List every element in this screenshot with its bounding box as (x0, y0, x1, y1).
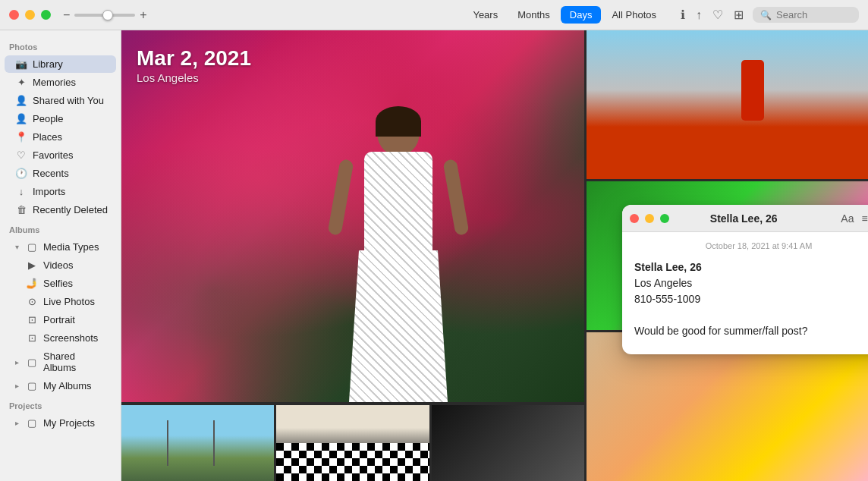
sidebar-item-people[interactable]: 👤 People (5, 110, 116, 127)
search-input[interactable] (776, 9, 851, 20)
sidebar-item-library[interactable]: 📷 Library (5, 55, 116, 73)
photo-overlay: Mar 2, 2021 Los Angeles (137, 46, 251, 84)
sidebar-item-my-albums[interactable]: ▸ ▢ My Albums (5, 377, 116, 395)
close-button[interactable] (9, 10, 19, 20)
sidebar-item-shared-with-you[interactable]: 👤 Shared with You (5, 92, 116, 109)
sidebar: Photos 📷 Library ✦ Memories 👤 Shared wit… (0, 30, 121, 481)
sidebar-item-imports[interactable]: ↓ Imports (5, 183, 116, 200)
sidebar-item-media-types[interactable]: ▾ ▢ Media Types (5, 238, 116, 256)
sidebar-item-label: Library (33, 58, 63, 70)
titlebar: − + Years Months Days All Photos ℹ ↑ ♡ ⊞… (0, 0, 868, 30)
sidebar-item-label: Memories (33, 77, 76, 88)
note-max-button[interactable] (660, 214, 669, 223)
photo-grid: Mar 2, 2021 Los Angeles (121, 30, 868, 481)
collapse-arrow-icon: ▸ (15, 382, 19, 390)
sidebar-item-my-projects[interactable]: ▸ ▢ My Projects (5, 414, 116, 432)
sidebar-item-live-photos[interactable]: ⊙ Live Photos (5, 293, 116, 310)
zoom-slider[interactable] (74, 14, 135, 17)
right-photo-1[interactable]: ••• (587, 30, 868, 179)
main-photo[interactable]: Mar 2, 2021 Los Angeles (121, 30, 584, 402)
library-icon: 📷 (15, 58, 27, 70)
my-projects-icon: ▢ (26, 417, 38, 429)
sidebar-item-label: My Projects (43, 417, 95, 429)
sidebar-item-label: Shared Albums (43, 351, 108, 373)
videos-icon: ▶ (26, 259, 38, 271)
sidebar-item-selfies[interactable]: 🤳 Selfies (5, 275, 116, 292)
note-city: Los Angeles (634, 275, 868, 291)
sidebar-item-shared-albums[interactable]: ▸ ▢ Shared Albums (5, 347, 116, 376)
zoom-minus-icon[interactable]: − (63, 9, 70, 21)
photo-date: Mar 2, 2021 (137, 46, 251, 71)
note-body: October 18, 2021 at 9:41 AM Stella Lee, … (622, 232, 868, 354)
note-titlebar: Stella Lee, 26 Aa ≡ >> (622, 205, 868, 232)
shared-with-you-icon: 👤 (15, 95, 27, 106)
tab-all-photos[interactable]: All Photos (602, 6, 665, 24)
tab-years[interactable]: Years (464, 6, 507, 24)
sidebar-item-label: Screenshots (43, 332, 98, 344)
edit-icon[interactable]: ⊞ (734, 8, 744, 22)
note-person-name: Stella Lee, 26 (634, 259, 868, 275)
maximize-button[interactable] (41, 10, 51, 20)
bottom-photo-2[interactable] (276, 405, 429, 481)
photo-location: Los Angeles (137, 71, 251, 84)
main-photo-bg: Mar 2, 2021 Los Angeles (121, 30, 584, 402)
sidebar-item-label: People (33, 113, 63, 124)
sidebar-item-label: Videos (43, 259, 74, 271)
sidebar-item-label: My Albums (43, 380, 92, 391)
sidebar-item-videos[interactable]: ▶ Videos (5, 256, 116, 274)
sidebar-item-recents[interactable]: 🕐 Recents (5, 165, 116, 182)
sidebar-item-label: Imports (33, 186, 65, 197)
note-phone: 810-555-1009 (634, 291, 868, 307)
imports-icon: ↓ (15, 186, 27, 197)
bottom-photo-3[interactable] (432, 405, 584, 481)
sidebar-item-memories[interactable]: ✦ Memories (5, 74, 116, 91)
live-photos-icon: ⊙ (26, 296, 38, 307)
sidebar-item-label: Shared with You (33, 95, 104, 106)
tab-days[interactable]: Days (561, 6, 602, 24)
right-photo-3[interactable] (587, 332, 868, 481)
sidebar-item-label: Recents (33, 168, 69, 179)
tab-months[interactable]: Months (508, 6, 559, 24)
sidebar-item-favorites[interactable]: ♡ Favorites (5, 146, 116, 164)
note-close-button[interactable] (630, 214, 639, 223)
sidebar-item-label: Recently Deleted (33, 204, 108, 215)
sidebar-item-label: Live Photos (43, 296, 95, 307)
toolbar-icons: ℹ ↑ ♡ ⊞ (681, 8, 744, 22)
bottom-photo-1[interactable] (121, 405, 274, 481)
collapse-arrow-icon: ▾ (15, 243, 19, 251)
sidebar-item-recently-deleted[interactable]: 🗑 Recently Deleted (5, 201, 116, 218)
heart-icon[interactable]: ♡ (712, 8, 723, 22)
info-icon[interactable]: ℹ (681, 8, 685, 22)
sidebar-section-photos: Photos (0, 36, 121, 55)
sidebar-item-places[interactable]: 📍 Places (5, 128, 116, 146)
share-icon[interactable]: ↑ (696, 8, 702, 22)
shared-albums-icon: ▢ (26, 357, 38, 368)
note-list-icon[interactable]: ≡ (861, 212, 867, 225)
memories-icon: ✦ (15, 77, 27, 88)
collapse-arrow-icon: ▸ (15, 419, 19, 427)
minimize-button[interactable] (25, 10, 35, 20)
sidebar-section-albums: Albums (0, 219, 121, 237)
collapse-arrow-icon: ▸ (15, 358, 19, 366)
recently-deleted-icon: 🗑 (15, 204, 27, 215)
note-min-button[interactable] (645, 214, 654, 223)
search-icon: 🔍 (760, 10, 772, 20)
sidebar-section-projects: Projects (0, 395, 121, 413)
zoom-plus-icon[interactable]: + (140, 9, 146, 21)
search-bar[interactable]: 🔍 (753, 7, 859, 23)
selfies-icon: 🤳 (26, 278, 38, 289)
zoom-control: − + (63, 9, 147, 21)
sidebar-item-screenshots[interactable]: ⊡ Screenshots (5, 329, 116, 347)
note-toolbar: Aa ≡ >> (841, 212, 868, 225)
screenshots-icon: ⊡ (26, 332, 38, 344)
favorites-icon: ♡ (15, 149, 27, 161)
media-types-icon: ▢ (26, 241, 38, 253)
note-format-icon[interactable]: Aa (841, 212, 854, 225)
people-icon: 👤 (15, 113, 27, 124)
bottom-row (121, 405, 584, 481)
note-text: Would be good for summer/fall post? (634, 323, 868, 339)
nav-tabs: Years Months Days All Photos (464, 6, 665, 24)
sidebar-item-portrait[interactable]: ⊡ Portrait (5, 311, 116, 329)
note-title: Stella Lee, 26 (675, 212, 812, 225)
sidebar-item-label: Favorites (33, 149, 73, 161)
